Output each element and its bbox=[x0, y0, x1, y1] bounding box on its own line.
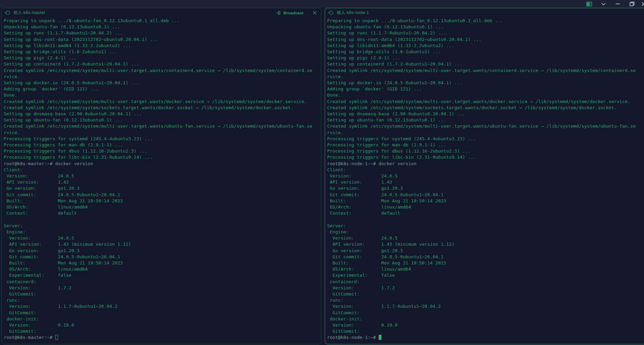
terminal-line: Setting up dns-root-data (2023112702~ubu… bbox=[327, 37, 644, 43]
terminal-line: root@k8s-master:~# bbox=[4, 334, 319, 341]
terminal-line: Server: bbox=[4, 223, 319, 229]
terminal-line: Adding group `docker' (GID 121) ... bbox=[327, 86, 644, 92]
terminal-line: Built: Mon Aug 21 19:50:14 2023 bbox=[327, 198, 644, 204]
terminal-line: Git commit: 24.0.5-0ubuntu1~20.04.1 bbox=[327, 254, 644, 260]
terminal-line: Adding group `docker' (GID 121) ... bbox=[4, 86, 319, 92]
panes-toggle-button[interactable] bbox=[582, 0, 596, 8]
terminal-line: Processing triggers for man-db (2.9.1-1)… bbox=[4, 142, 319, 148]
terminal-line: GitCommit: bbox=[4, 328, 319, 334]
terminal-line: API version: 1.43 bbox=[4, 179, 319, 185]
terminal-line: Experimental: false bbox=[4, 272, 319, 278]
terminal-line: Go version: go1.20.3 bbox=[4, 185, 319, 191]
terminal-line: Setting up containerd (1.7.2-0ubuntu1~20… bbox=[327, 61, 644, 67]
terminal-line: API version: 1.43 bbox=[327, 179, 644, 185]
terminal-line: Setting up dns-root-data (2023112702~ubu… bbox=[4, 37, 319, 43]
terminal-line: Setting up runc (1.1.7-0ubuntu1~20.04.2)… bbox=[4, 30, 319, 36]
terminal-line: Created symlink /etc/systemd/system/sock… bbox=[327, 105, 644, 111]
terminal-line: Go version: go1.20.3 bbox=[327, 185, 644, 191]
pane-title: 個人-k8s-master bbox=[13, 10, 45, 16]
new-tab-dropdown-button[interactable] bbox=[596, 0, 611, 8]
terminal-line: Setting up pigz (2.4-1) ... bbox=[327, 55, 644, 61]
terminal-line: Setting up runc (1.1.7-0ubuntu1~20.04.2)… bbox=[327, 30, 644, 36]
pane-k8s-master: 個人-k8s-master Broadcast Preparing to unp… bbox=[1, 8, 321, 344]
terminal-line: Context: default bbox=[4, 210, 319, 216]
terminal-line: rvice. bbox=[4, 74, 319, 80]
terminal-line: GitCommit: bbox=[327, 310, 644, 316]
restore-button[interactable] bbox=[625, 0, 639, 8]
terminal-line: Processing triggers for libc-bin (2.31-0… bbox=[327, 154, 644, 160]
window-titlebar bbox=[0, 0, 644, 8]
restore-icon bbox=[630, 2, 634, 6]
terminal-line: Processing triggers for dbus (1.12.16-2u… bbox=[4, 148, 319, 154]
terminal-line: Preparing to unpack .../8-ubuntu-fan_0.1… bbox=[327, 18, 644, 24]
terminal-line: Built: Mon Aug 21 19:50:14 2023 bbox=[4, 260, 319, 266]
pane-title: 個人-k8s-node-1 bbox=[337, 10, 369, 16]
terminal-line bbox=[4, 217, 319, 223]
terminal-line: Setting up libidn11:amd64 (1.33-2.2ubunt… bbox=[327, 43, 644, 49]
terminal-line: Version: 1.7.2 bbox=[4, 285, 319, 291]
terminal-line: Setting up libidn11:amd64 (1.33-2.2ubunt… bbox=[4, 43, 319, 49]
terminal-cursor bbox=[55, 335, 58, 340]
terminal-line: OS/Arch: linux/amd64 bbox=[4, 204, 319, 210]
terminal-line: runc: bbox=[327, 297, 644, 303]
terminal-line: Setting up docker.io (24.0.5-0ubuntu1~20… bbox=[327, 80, 644, 86]
terminal-line: Version: 0.19.0 bbox=[327, 322, 644, 328]
terminal-line: Context: default bbox=[327, 210, 644, 216]
terminal-line: Go version: go1.20.3 bbox=[327, 248, 644, 254]
terminal-line bbox=[327, 217, 644, 223]
terminal-line: containerd: bbox=[327, 279, 644, 285]
terminal-line: Unpacking ubuntu-fan (0.12.13ubuntu0.1) … bbox=[327, 24, 644, 30]
terminal-line: Client: bbox=[327, 167, 644, 173]
terminal-line: OS/Arch: linux/amd64 bbox=[327, 204, 644, 210]
terminal-line: rvice. bbox=[4, 130, 319, 136]
terminal-line: Setting up containerd (1.7.2-0ubuntu1~20… bbox=[4, 61, 319, 67]
terminal-line: Setting up bridge-utils (1.6-2ubuntu1) .… bbox=[327, 49, 644, 55]
terminal-line: Version: 0.19.0 bbox=[4, 322, 319, 328]
terminal-line: Processing triggers for man-db (2.9.1-1)… bbox=[327, 142, 644, 148]
terminal-line: Processing triggers for dbus (1.12.16-2u… bbox=[327, 148, 644, 154]
pane-header-k8s-node-1[interactable]: 個人-k8s-node-1 bbox=[325, 8, 644, 17]
terminal-line: Done. bbox=[327, 92, 644, 98]
terminal-line: Setting up ubuntu-fan (0.12.13ubuntu0.1)… bbox=[4, 117, 319, 123]
terminal-line: GitCommit: bbox=[4, 291, 319, 297]
terminal-line: Version: 24.0.5 bbox=[327, 173, 644, 179]
terminal-line: Created symlink /etc/systemd/system/mult… bbox=[327, 99, 644, 105]
terminal-line: GitCommit: bbox=[327, 291, 644, 297]
terminal-line: OS/Arch: linux/amd64 bbox=[327, 266, 644, 272]
terminal-line: Git commit: 24.0.5-0ubuntu1~20.04.1 bbox=[4, 192, 319, 198]
pane-close-icon bbox=[313, 11, 317, 15]
terminal-line: Version: 1.7.2 bbox=[327, 285, 644, 291]
terminal-line: Created symlink /etc/systemd/system/mult… bbox=[4, 123, 319, 129]
terminal-line: Setting up dnsmasq-base (2.90-0ubuntu0.2… bbox=[4, 111, 319, 117]
terminal-line: Go version: go1.20.3 bbox=[4, 248, 319, 254]
close-button[interactable] bbox=[639, 0, 644, 8]
minimize-icon bbox=[616, 3, 620, 4]
terminal-k8s-node-1[interactable]: Preparing to unpack .../8-ubuntu-fan_0.1… bbox=[325, 17, 644, 344]
pane-header-k8s-master[interactable]: 個人-k8s-master Broadcast bbox=[2, 8, 321, 17]
terminal-line: Built: Mon Aug 21 19:50:14 2023 bbox=[4, 198, 319, 204]
panes-toggle-icon bbox=[586, 2, 592, 6]
terminal-line: root@k8s-node-1:~# bbox=[327, 334, 644, 341]
terminal-line: Setting up bridge-utils (1.6-2ubuntu1) .… bbox=[4, 49, 319, 55]
terminal-line: docker-init: bbox=[4, 316, 319, 322]
ssh-session-icon bbox=[5, 10, 10, 15]
terminal-line: OS/Arch: linux/amd64 bbox=[4, 266, 319, 272]
broadcast-toggle[interactable]: Broadcast bbox=[277, 11, 304, 15]
terminal-line: Version: 24.0.5 bbox=[327, 235, 644, 241]
terminal-line: Created symlink /etc/systemd/system/mult… bbox=[4, 99, 319, 105]
terminal-line: Processing triggers for libc-bin (2.31-0… bbox=[4, 154, 319, 160]
minimize-button[interactable] bbox=[611, 0, 625, 8]
terminal-line: Processing triggers for systemd (245.4-4… bbox=[4, 136, 319, 142]
terminal-line: Client: bbox=[4, 167, 319, 173]
terminal-line: rvice. bbox=[327, 130, 644, 136]
terminal-line: Created symlink /etc/systemd/system/mult… bbox=[327, 123, 644, 129]
split-panes-container: 個人-k8s-master Broadcast Preparing to unp… bbox=[1, 8, 644, 344]
terminal-cursor bbox=[379, 335, 381, 340]
terminal-k8s-master[interactable]: Preparing to unpack .../8-ubuntu-fan_0.1… bbox=[2, 17, 321, 344]
terminal-line: Setting up docker.io (24.0.5-0ubuntu1~20… bbox=[4, 80, 319, 86]
pane-close-button[interactable] bbox=[312, 11, 317, 15]
terminal-line: root@k8s-master:~# docker version bbox=[4, 161, 319, 167]
terminal-line: root@k8s-node-1:~# docker version bbox=[327, 161, 644, 167]
ssh-session-icon bbox=[328, 10, 334, 15]
broadcast-icon bbox=[277, 11, 281, 15]
